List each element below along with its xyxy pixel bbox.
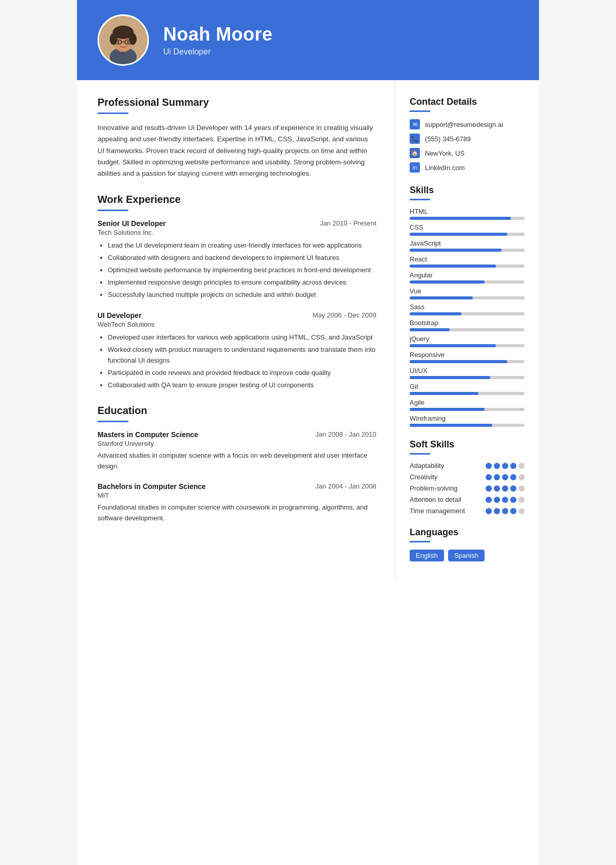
skill-dot [510,463,516,469]
skill-name: Git [410,383,525,390]
header: Noah Moore Ui Developer [77,0,539,80]
edu-school: Stanford University [98,440,376,447]
right-column: Contact Details ✉ support@resumedesign.a… [395,80,539,578]
soft-skills-container: Adaptability Creativity Problem-solving … [410,462,525,515]
edu-header: Bachelors in Computer Science Jan 2004 -… [98,482,376,491]
languages-underline [410,541,430,542]
dots-container [486,485,525,492]
skill-bar-fill [410,392,478,395]
summary-section: Professional Summary Innovative and resu… [98,97,376,179]
skill-dot [502,463,508,469]
skill-dot [486,485,492,492]
skill-bar-bg [410,265,525,268]
skill-name: Sass [410,303,525,311]
job-bullet: Participated in code reviews and provide… [108,368,376,379]
skill-bar-fill [410,344,496,347]
left-column: Professional Summary Innovative and resu… [77,80,395,578]
soft-skill-item: Adaptability [410,462,525,469]
education-underline [98,421,128,422]
soft-skill-name: Attention to detail [410,496,461,503]
skill-item: Vue [410,287,525,299]
skill-bar-bg [410,408,525,411]
summary-text: Innovative and results-driven Ui Develop… [98,122,376,179]
soft-skill-item: Time management [410,507,525,515]
svg-point-10 [118,41,120,43]
skill-item: JavaScript [410,239,525,252]
job-header: UI Developer May 2006 - Dec 2009 [98,311,376,319]
job-dates: May 2006 - Dec 2009 [313,311,376,319]
edu-degree: Masters in Computer Science [98,430,198,439]
job-company: WebTech Solutions [98,321,376,328]
skill-dot [510,508,516,514]
soft-skill-name: Creativity [410,473,437,481]
skill-dot [502,485,508,492]
job-bullet: Lead the UI development team in creating… [108,240,376,251]
job-bullet: Collaborated with designers and backend … [108,253,376,264]
work-experience-section: Work Experience Senior UI Developer Jan … [98,194,376,390]
skill-name: JavaScript [410,239,525,247]
summary-underline [98,112,128,114]
skill-dot [510,485,516,492]
skill-bar-fill [410,296,473,299]
edu-school: MIT [98,492,376,499]
contact-section: Contact Details ✉ support@resumedesign.a… [410,97,525,173]
skill-name: Bootstrap [410,319,525,327]
body-layout: Professional Summary Innovative and resu… [77,80,539,578]
contact-icon-email: ✉ [410,119,420,129]
job-bullets: Developed user interfaces for various we… [98,332,376,390]
job-bullet: Worked closely with product managers to … [108,345,376,366]
jobs-container: Senior UI Developer Jan 2010 - Present T… [98,219,376,390]
job-title: UI Developer [98,311,142,319]
skill-bar-fill [410,408,485,411]
edu-degree: Bachelors in Computer Science [98,482,206,491]
edu-description: Foundational studies in computer science… [98,502,376,524]
skill-item: Sass [410,303,525,315]
skill-name: UI/UX [410,367,525,374]
person-name: Noah Moore [163,24,273,45]
skill-item: HTML [410,208,525,220]
skill-bar-fill [410,328,450,331]
skill-bar-bg [410,360,525,363]
job-title: Senior UI Developer [98,219,166,228]
skill-bar-fill [410,360,507,363]
language-tags: EnglishSpanish [410,550,525,561]
skill-bar-fill [410,249,502,252]
contact-icon-location: 🏠 [410,148,420,158]
dots-container [486,508,525,514]
edu-header: Masters in Computer Science Jan 2008 - J… [98,430,376,439]
skill-dot [486,463,492,469]
soft-skills-title: Soft Skills [410,439,525,450]
skill-bar-fill [410,424,492,427]
contact-item: 🏠 NewYork, US [410,148,525,158]
skill-dot [502,508,508,514]
person-title: Ui Developer [163,47,273,57]
dots-container [486,463,525,469]
edu-entry: Masters in Computer Science Jan 2008 - J… [98,430,376,472]
skill-dot [502,474,508,480]
skill-bar-bg [410,312,525,315]
job-entry: UI Developer May 2006 - Dec 2009 WebTech… [98,311,376,390]
skill-dot [494,508,500,514]
skill-item: UI/UX [410,367,525,379]
skill-bar-bg [410,344,525,347]
soft-skill-name: Adaptability [410,462,444,469]
contact-container: ✉ support@resumedesign.ai 📞 (555) 345-67… [410,119,525,173]
skills-section: Skills HTML CSS JavaScript React Angular [410,185,525,427]
contact-item: ✉ support@resumedesign.ai [410,119,525,129]
skill-dot [518,474,525,480]
skill-item: CSS [410,223,525,236]
skill-dot [486,474,492,480]
skill-name: Wireframing [410,415,525,422]
contact-text: NewYork, US [425,149,465,157]
skill-dot [494,463,500,469]
skill-name: Agile [410,399,525,406]
skill-dot [518,508,525,514]
summary-title: Professional Summary [98,97,376,108]
svg-point-5 [110,33,118,45]
skill-bar-bg [410,233,525,236]
skill-dot [518,463,525,469]
skills-underline [410,199,430,200]
skill-item: Wireframing [410,415,525,427]
edu-dates: Jan 2004 - Jan 2008 [315,482,376,490]
skill-name: HTML [410,208,525,215]
